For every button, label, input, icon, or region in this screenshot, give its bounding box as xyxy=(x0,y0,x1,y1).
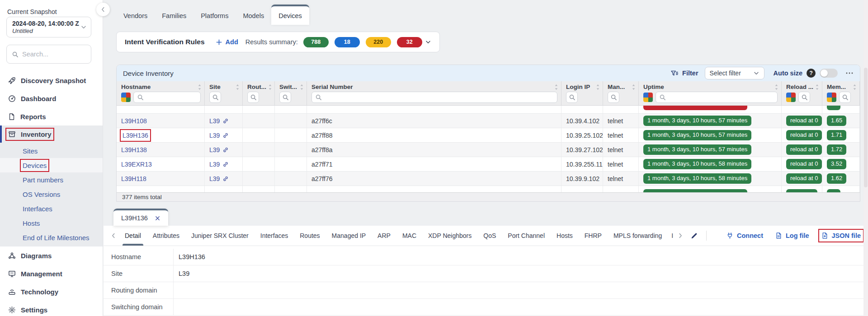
uptime-pill: 1 month, 3 days, 10 hours, 58 minutes xyxy=(643,173,751,183)
color-filter-icon[interactable] xyxy=(121,93,131,102)
sidebar-item-end-of-life-milestones[interactable]: End of Life Milestones xyxy=(0,230,103,245)
sidebar-item-inventory[interactable]: Inventory xyxy=(0,125,103,143)
connect-button[interactable]: Connect xyxy=(726,232,763,239)
detail-tab-routes[interactable]: Routes xyxy=(294,226,326,246)
detail-tab-attributes[interactable]: Attributes xyxy=(147,226,185,246)
sidebar-search[interactable] xyxy=(6,45,91,64)
filter-button[interactable]: Filter xyxy=(670,70,698,77)
results-badge-1[interactable]: 18 xyxy=(335,37,360,47)
site-link[interactable]: L39 xyxy=(209,175,229,182)
add-rule-button[interactable]: Add xyxy=(216,38,238,46)
edit-pencil-icon[interactable] xyxy=(686,232,703,240)
filter-search-button-login-ip[interactable] xyxy=(566,92,578,103)
site-link[interactable]: L39 xyxy=(209,146,229,153)
select-filter-dropdown[interactable]: Select filter xyxy=(705,67,764,79)
json-file-button[interactable]: JSON file xyxy=(821,232,861,239)
column-header-login-ip[interactable]: Login IP xyxy=(561,81,603,92)
auto-size-toggle[interactable] xyxy=(820,69,838,78)
results-badge-2[interactable]: 220 xyxy=(366,37,391,47)
tab-vendors[interactable]: Vendors xyxy=(116,6,155,25)
filter-input-field-uptime[interactable] xyxy=(668,94,774,101)
sidebar-item-devices[interactable]: Devices xyxy=(0,158,103,172)
filter-search-button-swit[interactable] xyxy=(279,92,291,103)
detail-tab-xdp-neighbors[interactable]: XDP Neighbors xyxy=(422,226,477,246)
sidebar-item-hosts[interactable]: Hosts xyxy=(0,216,103,230)
snapshot-selector[interactable]: 2024-08-20, 14:00:00 Z Untitled xyxy=(6,17,91,37)
sidebar-collapse-button[interactable] xyxy=(96,3,110,16)
column-header-uptime[interactable]: Uptime xyxy=(639,81,782,92)
sidebar-search-input[interactable] xyxy=(22,51,86,58)
detail-tab-detail[interactable]: Detail xyxy=(119,226,147,246)
column-header-rout[interactable]: Rout... xyxy=(243,81,275,92)
sidebar-item-os-versions[interactable]: OS Versions xyxy=(0,187,103,201)
sidebar-item-diagrams[interactable]: Diagrams xyxy=(0,246,103,265)
filter-input-serial-number[interactable] xyxy=(311,92,557,103)
detail-tab-partial[interactable]: I xyxy=(668,226,675,246)
site-link[interactable]: L39 xyxy=(209,161,229,168)
device-link[interactable]: L39EXR13 xyxy=(121,161,152,168)
detail-tab-juniper-srx-cluster[interactable]: Juniper SRX Cluster xyxy=(185,226,255,246)
device-detail-tab[interactable]: L39H136 xyxy=(113,209,168,226)
tab-families[interactable]: Families xyxy=(155,6,193,25)
device-link[interactable]: L39H138 xyxy=(121,146,147,153)
site-link[interactable]: L39 xyxy=(209,132,229,139)
device-link[interactable]: L39H108 xyxy=(121,117,147,125)
detail-tab-qos[interactable]: QoS xyxy=(477,226,502,246)
help-icon[interactable]: ? xyxy=(807,69,816,78)
detail-tab-arp[interactable]: ARP xyxy=(372,226,396,246)
color-filter-icon[interactable] xyxy=(827,93,836,102)
device-link[interactable]: L39H136 xyxy=(121,130,150,140)
detail-tab-fhrp[interactable]: FHRP xyxy=(579,226,608,246)
site-link[interactable]: L39 xyxy=(209,117,229,125)
filter-input-hostname[interactable] xyxy=(133,92,201,103)
results-badge-0[interactable]: 788 xyxy=(303,37,329,47)
filter-search-button-reload[interactable] xyxy=(798,92,810,103)
detail-tab-mac[interactable]: MAC xyxy=(396,226,422,246)
column-header-mem[interactable]: Mem... xyxy=(822,81,860,92)
detail-tab-port-channel[interactable]: Port Channel xyxy=(502,226,551,246)
column-header-man[interactable]: Man... xyxy=(603,81,639,92)
color-filter-icon[interactable] xyxy=(643,93,653,102)
column-header-hostname[interactable]: Hostname xyxy=(117,81,205,92)
detail-tab-mpls-forwarding[interactable]: MPLS forwarding xyxy=(608,226,668,246)
chevron-left-icon[interactable] xyxy=(108,232,119,239)
chevron-down-icon xyxy=(80,24,87,30)
close-icon[interactable] xyxy=(155,215,160,221)
sidebar-item-reports[interactable]: Reports xyxy=(0,107,103,125)
sidebar-item-settings[interactable]: Settings xyxy=(0,301,103,316)
tab-models[interactable]: Models xyxy=(236,6,271,25)
column-header-serial-number[interactable]: Serial Number xyxy=(307,81,561,92)
sidebar-item-discovery-snapshot[interactable]: Discovery Snapshot xyxy=(0,71,103,89)
column-header-swit[interactable]: Swit... xyxy=(275,81,307,92)
sidebar-item-management[interactable]: Management xyxy=(0,265,103,283)
device-link[interactable]: L39H118 xyxy=(121,175,146,182)
column-header-site[interactable]: Site xyxy=(205,81,243,92)
sidebar-item-label: Discovery Snapshot xyxy=(21,77,86,84)
column-header-reload[interactable]: Reload ... xyxy=(782,81,822,92)
detail-tab-managed-ip[interactable]: Managed IP xyxy=(326,226,372,246)
results-badge-3[interactable]: 32 xyxy=(397,37,422,47)
filter-input-field-serial-number[interactable] xyxy=(324,94,554,101)
sidebar-item-interfaces[interactable]: Interfaces xyxy=(0,201,103,216)
sidebar-item-sites[interactable]: Sites xyxy=(0,144,103,158)
filter-input-uptime[interactable] xyxy=(656,92,778,103)
tab-platforms[interactable]: Platforms xyxy=(193,6,236,25)
filter-search-button-rout[interactable] xyxy=(247,92,259,103)
more-options-icon[interactable] xyxy=(845,72,854,74)
chevron-down-icon[interactable] xyxy=(425,39,431,45)
color-filter-icon[interactable] xyxy=(786,93,796,102)
chevron-right-icon[interactable] xyxy=(675,232,686,239)
detail-tab-hosts[interactable]: Hosts xyxy=(551,226,579,246)
filter-search-button-site[interactable] xyxy=(209,92,221,103)
sidebar-item-part-numbers[interactable]: Part numbers xyxy=(0,172,103,187)
sidebar-item-technology[interactable]: Technology xyxy=(0,283,103,301)
scrollbar-thumb[interactable] xyxy=(864,68,868,187)
filter-input-field-hostname[interactable] xyxy=(146,94,197,101)
page-scrollbar[interactable] xyxy=(863,0,868,316)
filter-search-button-mem[interactable] xyxy=(839,92,851,103)
sidebar-item-dashboard[interactable]: Dashboard xyxy=(0,89,103,107)
tab-devices[interactable]: Devices xyxy=(271,5,309,25)
filter-search-button-man[interactable] xyxy=(608,92,619,103)
detail-tab-interfaces[interactable]: Interfaces xyxy=(255,226,294,246)
log-file-button[interactable]: Log file xyxy=(775,232,809,239)
